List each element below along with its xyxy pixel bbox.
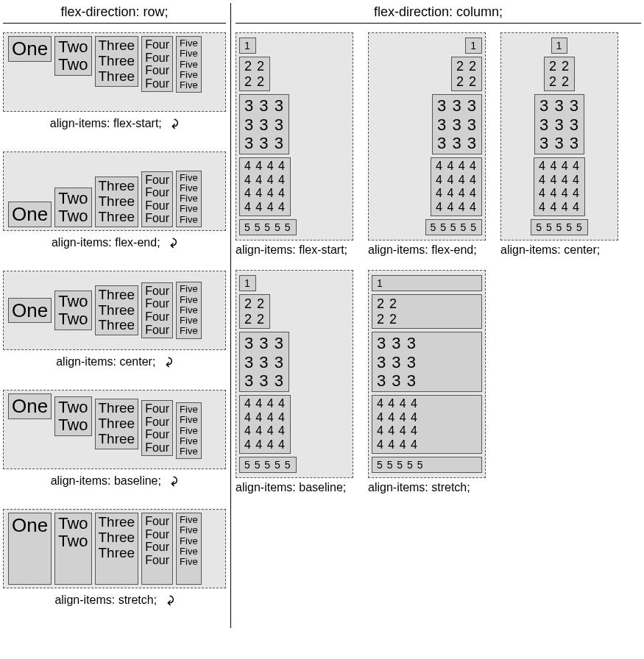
flex-item-four: Four Four Four Four bbox=[141, 171, 173, 227]
caption: align-items: center; ↶ bbox=[3, 353, 226, 369]
flex-item-1: 1 bbox=[551, 38, 568, 54]
diagram-root: flex-direction: row; One Two Two Three T… bbox=[3, 3, 641, 628]
caption: align-items: flex-end; bbox=[368, 243, 486, 257]
flex-item-two: Two Two bbox=[54, 513, 91, 585]
flex-item-four: Four Four Four Four bbox=[141, 282, 173, 338]
caption-text: align-items: flex-end; bbox=[52, 236, 160, 249]
caption-text: align-items: flex-start; bbox=[50, 117, 162, 129]
flex-item-one: One bbox=[8, 513, 52, 585]
flex-item-four: Four Four Four Four bbox=[141, 513, 173, 585]
flex-item-2: 2 2 2 2 bbox=[372, 294, 482, 329]
flex-item-three: Three Three Three bbox=[95, 285, 139, 336]
flex-item-3: 3 3 3 3 3 3 3 3 3 bbox=[372, 332, 482, 392]
flex-container: 1 2 2 2 2 3 3 3 3 3 3 3 3 3 4 4 4 4 4 4 … bbox=[236, 32, 353, 241]
flex-item-3: 3 3 3 3 3 3 3 3 3 bbox=[239, 332, 289, 392]
header-column: flex-direction: column; bbox=[236, 3, 641, 24]
flex-item-one: One bbox=[8, 393, 52, 419]
arrow-icon: ↶ bbox=[159, 357, 175, 368]
flex-item-4: 4 4 4 4 4 4 4 4 4 4 4 4 4 4 4 4 bbox=[431, 157, 482, 216]
flex-item-five: Five Five Five Five Five bbox=[176, 282, 202, 338]
flex-item-three: Three Three Three bbox=[95, 399, 139, 449]
flex-container: One Two Two Three Three Three Four Four … bbox=[3, 509, 226, 588]
row-example-center: One Two Two Three Three Three Four Four … bbox=[3, 271, 226, 369]
caption: align-items: flex-end; ↶ bbox=[3, 234, 226, 250]
caption: align-items: flex-start; bbox=[236, 243, 353, 257]
flex-item-three: Three Three Three bbox=[95, 36, 139, 87]
flex-container: 1 2 2 2 2 3 3 3 3 3 3 3 3 3 4 4 4 4 4 4 … bbox=[368, 270, 486, 478]
flex-item-two: Two Two bbox=[54, 291, 91, 330]
caption: align-items: flex-start; ↶ bbox=[3, 115, 226, 131]
flex-item-one: One bbox=[8, 298, 52, 324]
flex-item-1: 1 bbox=[372, 275, 482, 291]
flex-item-four: Four Four Four Four bbox=[141, 36, 173, 92]
flex-item-5: 5 5 5 5 5 bbox=[239, 219, 297, 235]
flex-item-three: Three Three Three bbox=[95, 513, 139, 585]
col-example-flex-end: 1 2 2 2 2 3 3 3 3 3 3 3 3 3 4 4 4 4 4 4 … bbox=[368, 32, 486, 257]
flex-item-3: 3 3 3 3 3 3 3 3 3 bbox=[239, 94, 289, 154]
flex-item-five: Five Five Five Five Five bbox=[176, 513, 202, 585]
flex-item-3: 3 3 3 3 3 3 3 3 3 bbox=[432, 94, 482, 154]
flex-item-2: 2 2 2 2 bbox=[239, 57, 270, 91]
caption-text: align-items: stretch; bbox=[54, 594, 157, 606]
arrow-icon: ↶ bbox=[166, 118, 182, 129]
row-example-flex-end: One Two Two Three Three Three Four Four … bbox=[3, 152, 226, 250]
flex-item-2: 2 2 2 2 bbox=[239, 294, 270, 329]
col-example-stretch: 1 2 2 2 2 3 3 3 3 3 3 3 3 3 4 4 4 4 4 4 … bbox=[368, 270, 486, 494]
flex-item-3: 3 3 3 3 3 3 3 3 3 bbox=[534, 94, 584, 154]
col-example-center: 1 2 2 2 2 3 3 3 3 3 3 3 3 3 4 4 4 4 4 4 … bbox=[500, 32, 618, 257]
flex-container: 1 2 2 2 2 3 3 3 3 3 3 3 3 3 4 4 4 4 4 4 … bbox=[368, 32, 486, 241]
flex-container: 1 2 2 2 2 3 3 3 3 3 3 3 3 3 4 4 4 4 4 4 … bbox=[500, 32, 618, 241]
flex-item-2: 2 2 2 2 bbox=[451, 57, 482, 91]
flex-item-5: 5 5 5 5 5 bbox=[531, 219, 588, 235]
flex-item-4: 4 4 4 4 4 4 4 4 4 4 4 4 4 4 4 4 bbox=[534, 157, 585, 216]
row-example-baseline: One Two Two Three Three Three Four Four … bbox=[3, 390, 226, 488]
arrow-icon: ↶ bbox=[165, 476, 181, 487]
col-example-baseline: 1 2 2 2 2 3 3 3 3 3 3 3 3 3 4 4 4 4 4 4 … bbox=[236, 270, 353, 494]
flex-item-two: Two Two bbox=[54, 396, 91, 436]
flex-item-1: 1 bbox=[239, 38, 256, 54]
flex-item-one: One bbox=[8, 202, 52, 227]
flex-item-5: 5 5 5 5 5 bbox=[425, 219, 483, 235]
row-direction-section: flex-direction: row; One Two Two Three T… bbox=[3, 3, 231, 628]
row-example-flex-start: One Two Two Three Three Three Four Four … bbox=[3, 32, 226, 131]
flex-container: 1 2 2 2 2 3 3 3 3 3 3 3 3 3 4 4 4 4 4 4 … bbox=[236, 270, 353, 478]
flex-item-4: 4 4 4 4 4 4 4 4 4 4 4 4 4 4 4 4 bbox=[372, 395, 482, 454]
flex-item-five: Five Five Five Five Five bbox=[176, 402, 202, 459]
flex-item-three: Three Three Three bbox=[95, 177, 139, 227]
flex-container: One Two Two Three Three Three Four Four … bbox=[3, 32, 226, 112]
row-example-stretch: One Two Two Three Three Three Four Four … bbox=[3, 509, 226, 608]
flex-item-5: 5 5 5 5 5 bbox=[239, 457, 297, 473]
caption: align-items: baseline; ↶ bbox=[3, 472, 226, 488]
flex-container: One Two Two Three Three Three Four Four … bbox=[3, 271, 226, 350]
caption: align-items: stretch; bbox=[368, 481, 486, 494]
arrow-icon: ↶ bbox=[160, 595, 177, 606]
flex-item-4: 4 4 4 4 4 4 4 4 4 4 4 4 4 4 4 4 bbox=[239, 157, 291, 216]
flex-item-two: Two Two bbox=[54, 36, 91, 76]
flex-item-5: 5 5 5 5 5 bbox=[372, 457, 482, 473]
flex-item-one: One bbox=[8, 36, 52, 62]
flex-container: One Two Two Three Three Three Four Four … bbox=[3, 152, 226, 231]
flex-item-1: 1 bbox=[465, 38, 482, 54]
flex-item-five: Five Five Five Five Five bbox=[176, 171, 202, 227]
flex-item-five: Five Five Five Five Five bbox=[176, 36, 202, 93]
flex-item-four: Four Four Four Four bbox=[141, 400, 173, 456]
caption-text: align-items: center; bbox=[56, 355, 155, 368]
flex-container: One Two Two Three Three Three Four Four … bbox=[3, 390, 226, 469]
col-example-flex-start: 1 2 2 2 2 3 3 3 3 3 3 3 3 3 4 4 4 4 4 4 … bbox=[236, 32, 353, 257]
flex-item-4: 4 4 4 4 4 4 4 4 4 4 4 4 4 4 4 4 bbox=[239, 395, 291, 454]
flex-item-1: 1 bbox=[239, 275, 256, 291]
header-row: flex-direction: row; bbox=[3, 3, 226, 24]
caption-text: align-items: baseline; bbox=[51, 474, 161, 487]
flex-item-2: 2 2 2 2 bbox=[544, 57, 575, 91]
caption: align-items: stretch; ↶ bbox=[3, 591, 226, 608]
column-direction-section: flex-direction: column; 1 2 2 2 2 3 3 3 … bbox=[231, 3, 641, 628]
caption: align-items: center; bbox=[500, 243, 618, 257]
arrow-icon: ↶ bbox=[164, 238, 180, 249]
caption: align-items: baseline; bbox=[236, 481, 353, 494]
flex-item-two: Two Two bbox=[54, 188, 91, 227]
